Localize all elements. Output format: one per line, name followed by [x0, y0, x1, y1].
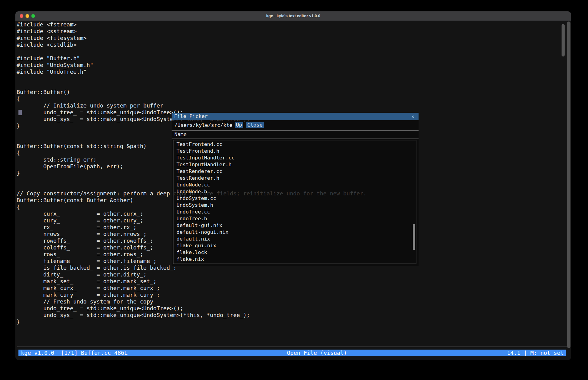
code-line — [17, 332, 367, 337]
code-line — [17, 75, 367, 82]
code-line: #include <cstdlib> — [17, 41, 367, 48]
status-bar: kge v1.0.0 [1/1] Buffer.cc 486L Open Fil… — [18, 350, 566, 356]
close-icon[interactable]: ✕ — [411, 113, 414, 120]
status-mode: Open File (visual) — [287, 350, 347, 356]
code-line: dirty_ = other.dirty_; — [17, 271, 367, 278]
code-line — [17, 325, 367, 332]
status-cursor-position: 14,1 | M: not set — [507, 350, 564, 356]
window-scrollbar-track[interactable] — [567, 22, 570, 348]
close-button[interactable]: Close — [246, 122, 264, 128]
statusbar-separator — [17, 347, 569, 347]
code-line — [17, 82, 367, 89]
path-row: /Users/kyle/src/kte Up Close — [172, 120, 419, 130]
code-line: #include "Buffer.h" — [17, 55, 367, 62]
code-line: #include "UndoSystem.h" — [17, 62, 367, 69]
file-item[interactable]: TestInputHandler.cc — [173, 155, 416, 161]
file-item[interactable]: TestFrontend.h — [173, 148, 416, 155]
file-item[interactable]: flake.lock — [173, 249, 416, 256]
code-line: #include <filesystem> — [17, 35, 367, 41]
file-item[interactable]: UndoNode.h — [173, 188, 416, 195]
window-titlebar[interactable]: kge - kyle's text editor v1.0.0 — [15, 11, 571, 21]
code-line: mark_set_ = other.mark_set_; — [17, 278, 367, 285]
file-item[interactable]: default-nogui.nix — [173, 229, 416, 236]
file-item[interactable]: TestInputHandler.h — [173, 161, 416, 168]
code-line: #include <sstream> — [17, 28, 367, 35]
separator — [172, 139, 419, 139]
code-line: // Initialize undo system per buffer — [17, 102, 367, 109]
up-button[interactable]: Up — [235, 122, 243, 128]
file-item[interactable]: UndoTree.cc — [173, 209, 416, 215]
file-item[interactable]: default-gui.nix — [173, 222, 416, 229]
status-left: kge v1.0.0 [1/1] Buffer.cc 486L — [21, 350, 128, 356]
app-window: kge - kyle's text editor v1.0.0 #include… — [15, 11, 571, 360]
file-item[interactable]: TestRenderer.h — [173, 175, 416, 182]
file-item[interactable]: flake.nix — [173, 256, 416, 263]
separator — [172, 130, 419, 131]
code-line: } — [17, 319, 367, 325]
current-path: /Users/kyle/src/kte — [174, 120, 232, 130]
file-picker-titlebar[interactable]: File Picker ✕ — [172, 113, 419, 120]
code-line: #include "UndoTree.h" — [17, 69, 367, 75]
file-list-scrollbar-thumb[interactable] — [413, 224, 415, 250]
code-line: mark_curx_ = other.mark_curx_; — [17, 285, 367, 292]
screen: kge - kyle's text editor v1.0.0 #include… — [0, 0, 588, 380]
code-line — [17, 48, 367, 55]
file-picker-title: File Picker — [174, 113, 208, 120]
window-title: kge - kyle's text editor v1.0.0 — [15, 11, 571, 21]
code-line: #include <fstream> — [17, 21, 367, 28]
code-line: undo_sys_ = std::make_unique<UndoSystem>… — [17, 312, 367, 319]
editor-scrollbar-thumb[interactable] — [562, 24, 565, 57]
file-item[interactable]: flake-gui.nix — [173, 242, 416, 249]
file-item[interactable]: UndoSystem.cc — [173, 195, 416, 202]
file-item[interactable]: UndoNode.cc — [173, 182, 416, 188]
file-item[interactable]: UndoTree.h — [173, 215, 416, 222]
code-line: // Fresh undo system for the copy — [17, 298, 367, 305]
text-cursor — [18, 110, 22, 115]
code-line: undo_tree_ = std::make_unique<UndoTree>(… — [17, 305, 367, 312]
code-line: mark_cury_ = other.mark_cury_; — [17, 292, 367, 298]
file-item[interactable]: TestRenderer.cc — [173, 168, 416, 175]
file-item[interactable]: default.nix — [173, 236, 416, 242]
code-line: Buffer::Buffer() — [17, 89, 367, 96]
code-line: { — [17, 96, 367, 102]
file-item[interactable]: TestFrontend.cc — [173, 141, 416, 148]
file-item[interactable]: UndoSystem.h — [173, 202, 416, 209]
file-picker-dialog: File Picker ✕ /Users/kyle/src/kte Up Clo… — [172, 113, 419, 266]
file-list: TestFrontend.ccTestFrontend.hTestInputHa… — [173, 140, 416, 264]
column-header-name: Name — [174, 130, 187, 139]
